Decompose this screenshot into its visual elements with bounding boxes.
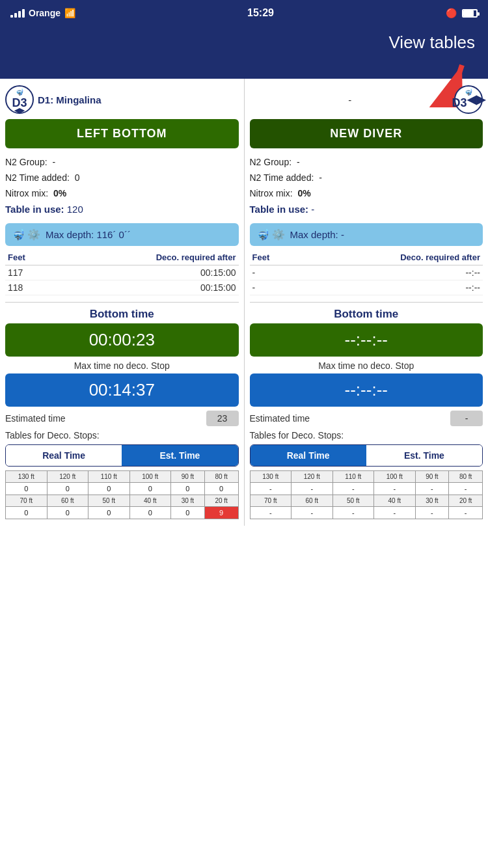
- carrier-label: Orange: [29, 8, 61, 18]
- right-est-row: Estimated time -: [250, 411, 483, 426]
- diver-icon-right: 🤿: [465, 88, 472, 96]
- right-info: N2 Group: - N2 Time added: - Nitrox mix:…: [250, 155, 483, 218]
- right-real-time-btn[interactable]: Real Time: [251, 445, 366, 466]
- left-time-toggle[interactable]: Real Time Est. Time: [5, 444, 239, 467]
- right-bottom-time-label: Bottom time: [250, 308, 483, 321]
- depth-icons-right: 🤿 ⚙️: [256, 228, 285, 241]
- view-tables-button[interactable]: View tables: [389, 33, 476, 53]
- signal-bars: [10, 9, 25, 18]
- right-deco-row-1: - --:--: [250, 265, 483, 280]
- right-stops-grid: 130 ft 120 ft 110 ft 100 ft 90 ft 80 ft …: [250, 470, 483, 519]
- right-time-toggle[interactable]: Real Time Est. Time: [250, 444, 483, 467]
- left-est-row: Estimated time 23: [5, 411, 239, 426]
- right-diver-badge: 🤿 D3 ◀▶: [454, 85, 483, 114]
- status-time: 15:29: [247, 7, 274, 19]
- right-max-time-label: Max time no deco. Stop: [250, 360, 483, 371]
- right-bottom-timer[interactable]: --:--:--: [250, 323, 483, 357]
- left-max-time-timer[interactable]: 00:14:37: [5, 373, 239, 407]
- diver-small-icon-right: 🤿: [256, 228, 269, 241]
- left-est-time-btn[interactable]: Est. Time: [122, 445, 237, 466]
- right-nitrox: Nitrox mix: 0%: [250, 186, 483, 202]
- left-diver-badge: 🤿 D3 ◀▶: [5, 85, 34, 114]
- right-deco-row-2: - --:--: [250, 280, 483, 295]
- left-deco-table: Feet Deco. required after 117 00:15:00 1…: [5, 252, 239, 295]
- settings-icon-right: ⚙️: [272, 228, 285, 241]
- right-max-time-timer[interactable]: --:--:--: [250, 373, 483, 407]
- right-n2-time: N2 Time added: -: [250, 170, 483, 186]
- right-est-time-btn[interactable]: Est. Time: [366, 445, 482, 466]
- left-panel: 🤿 D3 ◀▶ D1: Mingalina LEFT BOTTOM N2 Gro…: [0, 79, 245, 526]
- status-left: Orange 📶: [10, 8, 75, 18]
- left-action-button[interactable]: LEFT BOTTOM: [5, 119, 239, 148]
- left-stops-header-1: 130 ft 120 ft 110 ft 100 ft 90 ft 80 ft: [6, 470, 239, 482]
- diver-small-icon: 🤿: [12, 228, 25, 241]
- depth-icons-left: 🤿 ⚙️: [12, 228, 40, 241]
- right-n2-group: N2 Group: -: [250, 155, 483, 170]
- status-bar: Orange 📶 15:29 🔴: [0, 0, 488, 26]
- left-deco-row-2: 118 00:15:00: [5, 280, 239, 295]
- right-deco-header: Feet Deco. required after: [250, 252, 483, 265]
- left-max-time-label: Max time no deco. Stop: [5, 360, 239, 371]
- left-deco-row-1: 117 00:15:00: [5, 265, 239, 280]
- wifi-icon: 📶: [64, 8, 75, 18]
- right-deco-stops-label: Tables for Deco. Stops:: [250, 430, 483, 441]
- left-bottom-time-label: Bottom time: [5, 308, 239, 321]
- right-est-value[interactable]: -: [450, 411, 483, 426]
- left-diver-name: D1: Mingalina: [38, 94, 102, 105]
- left-depth-bar[interactable]: 🤿 ⚙️ Max depth: 116´ 0´´: [5, 223, 239, 246]
- right-badge-label: D3: [452, 96, 467, 110]
- right-action-button[interactable]: NEW DIVER: [250, 119, 483, 148]
- left-deco-header: Feet Deco. required after: [5, 252, 239, 265]
- right-stops-header-2: 70 ft 60 ft 50 ft 40 ft 30 ft 20 ft: [250, 495, 483, 506]
- right-deco-table: Feet Deco. required after - --:-- - --:-…: [250, 252, 483, 295]
- right-stops-header-1: 130 ft 120 ft 110 ft 100 ft 90 ft 80 ft: [250, 470, 483, 482]
- settings-icon-left: ⚙️: [27, 228, 40, 241]
- left-n2-time: N2 Time added: 0: [5, 170, 239, 186]
- right-panel: - 🤿 D3 ◀▶ NEW DIVER N2 Group: - N2 Time …: [245, 79, 489, 526]
- left-stops-row-1: 0 0 0 0 0 0: [6, 482, 239, 495]
- left-stops-row-2: 0 0 0 0 0 9: [6, 506, 239, 519]
- left-table-in-use: Table in use: 120: [5, 201, 239, 218]
- left-info: N2 Group: - N2 Time added: 0 Nitrox mix:…: [5, 155, 239, 218]
- right-table-in-use: Table in use: -: [250, 201, 483, 218]
- left-stops-header-2: 70 ft 60 ft 50 ft 40 ft 30 ft 20 ft: [6, 495, 239, 506]
- left-n2-group: N2 Group: -: [5, 155, 239, 170]
- left-max-depth-label: Max depth: 116´ 0´´: [46, 229, 131, 240]
- left-est-label: Estimated time: [5, 413, 66, 424]
- left-real-time-btn[interactable]: Real Time: [6, 445, 122, 466]
- left-badge-arrows: ◀▶: [14, 107, 25, 114]
- diver-icon-left: 🤿: [16, 88, 23, 96]
- right-est-label: Estimated time: [250, 413, 310, 424]
- col-feet-right: Feet: [250, 252, 343, 262]
- bluetooth-icon: 🔴: [446, 8, 457, 18]
- left-nitrox: Nitrox mix: 0%: [5, 186, 239, 202]
- left-deco-stops-label: Tables for Deco. Stops:: [5, 430, 239, 441]
- right-depth-bar[interactable]: 🤿 ⚙️ Max depth: -: [250, 223, 483, 246]
- right-max-depth-label: Max depth: -: [290, 229, 344, 240]
- battery-icon: [462, 9, 478, 18]
- right-stops-row-1: - - - - - -: [250, 482, 483, 495]
- col-deco-right: Deco. required after: [343, 252, 483, 262]
- left-bottom-timer[interactable]: 00:00:23: [5, 323, 239, 357]
- left-panel-header: 🤿 D3 ◀▶ D1: Mingalina: [5, 85, 239, 114]
- left-stops-grid: 130 ft 120 ft 110 ft 100 ft 90 ft 80 ft …: [5, 470, 239, 519]
- left-est-value[interactable]: 23: [206, 411, 239, 426]
- right-stops-row-2: - - - - - -: [250, 506, 483, 519]
- col-feet-left: Feet: [5, 252, 98, 262]
- status-right: 🔴: [446, 8, 478, 18]
- col-deco-left: Deco. required after: [98, 252, 238, 262]
